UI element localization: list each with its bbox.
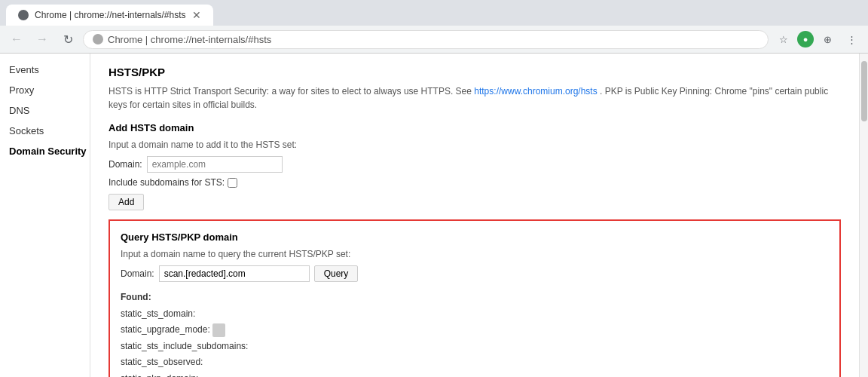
star-icon[interactable]: ☆ <box>773 29 794 50</box>
found-label: Found: <box>121 292 151 302</box>
add-form-hint: Input a domain name to add it to the HST… <box>108 139 841 150</box>
address-bar[interactable]: Chrome | chrome://net-internals/#hsts <box>83 30 769 49</box>
query-domain-label: Domain: <box>121 268 154 279</box>
result-row-3: static_sts_observed: <box>121 357 203 367</box>
tab-close-icon[interactable]: ✕ <box>192 9 201 21</box>
profile-icon[interactable]: ● <box>797 31 814 48</box>
sidebar: Events Proxy DNS Sockets Domain Security… <box>0 54 90 377</box>
tab-bar: Chrome | chrome://net-internals/#hsts ✕ <box>0 0 868 26</box>
forward-button[interactable]: → <box>32 29 53 50</box>
query-domain-row: Domain: Query <box>121 265 829 282</box>
nav-bar: ← → ↻ Chrome | chrome://net-internals/#h… <box>0 26 868 53</box>
reload-button[interactable]: ↻ <box>57 29 78 50</box>
sidebar-item-events[interactable]: Events <box>0 60 90 80</box>
add-section-title: Add HSTS domain <box>108 122 841 133</box>
site-icon <box>93 34 103 44</box>
hsts-description: HSTS is HTTP Strict Transport Security: … <box>108 84 841 112</box>
sts-checkbox-row: Include subdomains for STS: <box>108 177 841 188</box>
query-results: Found: static_sts_domain: static_upgrade… <box>121 290 829 377</box>
result-row-1: static_upgrade_mode: <box>121 324 225 335</box>
scrollbar-track <box>859 54 868 377</box>
query-domain-input[interactable] <box>159 265 310 282</box>
browser-chrome: Chrome | chrome://net-internals/#hsts ✕ … <box>0 0 868 54</box>
query-form-hint: Input a domain name to query the current… <box>121 249 829 259</box>
result-row-4: static_pkp_domain: <box>121 373 198 377</box>
sts-checkbox-label: Include subdomains for STS: <box>108 177 225 188</box>
add-domain-input[interactable] <box>147 156 283 173</box>
browser-tab[interactable]: Chrome | chrome://net-internals/#hsts ✕ <box>6 5 213 26</box>
add-domain-row: Domain: <box>108 156 841 173</box>
sidebar-item-dns[interactable]: DNS <box>0 100 90 121</box>
main-content: HSTS/PKP HSTS is HTTP Strict Transport S… <box>90 54 859 377</box>
nav-icons: ☆ ● ⊕ ⋮ <box>773 29 862 50</box>
hsts-link[interactable]: https://www.chromium.org/hsts <box>474 86 597 97</box>
add-domain-label: Domain: <box>108 159 142 170</box>
result-row-2: static_sts_include_subdomains: <box>121 341 248 351</box>
extension-icon[interactable]: ⊕ <box>817 29 838 50</box>
sts-checkbox[interactable] <box>228 178 237 188</box>
query-box: Query HSTS/PKP domain Input a domain nam… <box>108 219 841 377</box>
address-text: Chrome | chrome://net-internals/#hsts <box>108 34 271 45</box>
hsts-desc-text: HSTS is HTTP Strict Transport Security: … <box>108 86 474 97</box>
tab-favicon-icon <box>18 10 29 20</box>
query-section-title: Query HSTS/PKP domain <box>121 231 829 243</box>
blurred-value-1 <box>212 323 225 337</box>
result-row-0: static_sts_domain: <box>121 308 195 319</box>
sidebar-item-sockets[interactable]: Sockets <box>0 121 90 141</box>
sidebar-item-domain-security[interactable]: Domain Security Policy <box>0 141 90 161</box>
back-button[interactable]: ← <box>6 29 27 50</box>
page-title: HSTS/PKP <box>108 66 841 78</box>
add-button[interactable]: Add <box>108 194 144 210</box>
query-button[interactable]: Query <box>314 265 359 282</box>
tab-title: Chrome | chrome://net-internals/#hsts <box>35 10 186 20</box>
menu-icon[interactable]: ⋮ <box>841 29 862 50</box>
app-layout: Events Proxy DNS Sockets Domain Security… <box>0 54 868 377</box>
scrollbar-thumb[interactable] <box>861 61 867 121</box>
sidebar-item-proxy[interactable]: Proxy <box>0 80 90 100</box>
